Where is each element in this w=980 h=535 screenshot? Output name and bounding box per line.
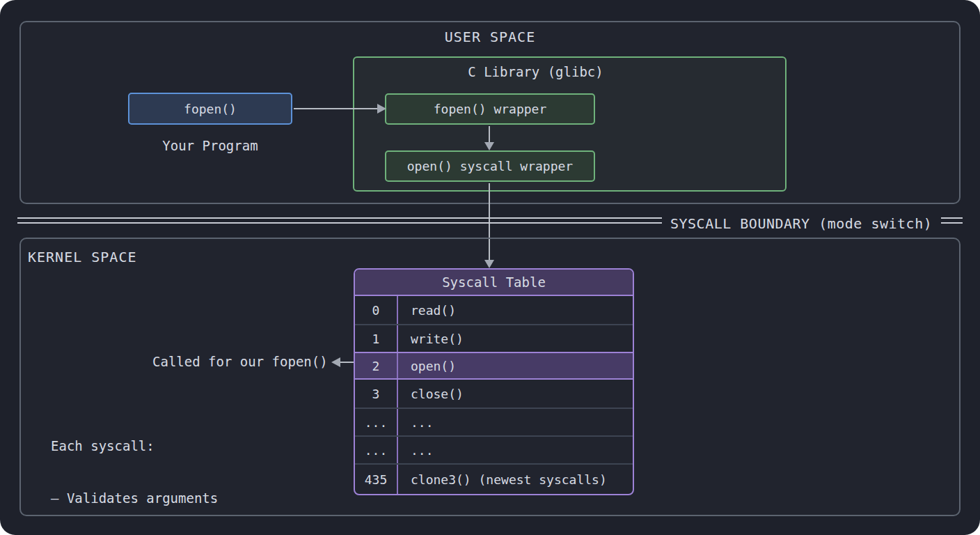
user-space-title: USER SPACE bbox=[0, 29, 980, 45]
syscall-table-row: 435clone3() (newest syscalls) bbox=[355, 463, 633, 494]
arrow-right-icon bbox=[377, 104, 386, 114]
kernel-space-title: KERNEL SPACE bbox=[28, 249, 137, 265]
diagram-canvas: USER SPACE fopen() Your Program C Librar… bbox=[0, 0, 980, 535]
syscall-table-body: 0read()1write()2open()3close()..........… bbox=[355, 296, 633, 494]
syscall-table-row: 0read() bbox=[355, 296, 633, 324]
arrow-table-to-label-line bbox=[340, 362, 354, 363]
syscall-notes: Each syscall: – Validates arguments – Ch… bbox=[51, 403, 322, 535]
open-syscall-wrapper-box: open() syscall wrapper bbox=[385, 150, 595, 182]
syscall-name: write() bbox=[398, 325, 633, 352]
syscall-table-row: ...... bbox=[355, 435, 633, 463]
syscall-table-row: ...... bbox=[355, 408, 633, 435]
syscall-table: Syscall Table 0read()1write()2open()3clo… bbox=[354, 268, 634, 495]
fopen-wrapper-box: fopen() wrapper bbox=[385, 93, 595, 125]
syscall-boundary-label: SYSCALL BOUNDARY (mode switch) bbox=[670, 215, 932, 232]
syscall-number: 3 bbox=[355, 380, 398, 408]
c-library-title: C Library (glibc) bbox=[319, 64, 752, 79]
syscall-number: 1 bbox=[355, 325, 398, 352]
fopen-call-box: fopen() bbox=[128, 93, 292, 125]
syscall-name: ... bbox=[398, 437, 633, 463]
syscall-number: 0 bbox=[355, 296, 398, 324]
syscall-name: close() bbox=[398, 380, 633, 408]
syscall-table-row-highlighted: 2open() bbox=[355, 352, 633, 380]
arrow-program-to-wrapper-line bbox=[294, 108, 379, 109]
syscall-number: 2 bbox=[355, 353, 398, 378]
syscall-name: clone3() (newest syscalls) bbox=[398, 465, 633, 494]
open-syscall-wrapper-label: open() syscall wrapper bbox=[407, 159, 573, 173]
syscall-number: ... bbox=[355, 437, 398, 463]
arrow-left-icon bbox=[331, 357, 340, 367]
your-program-caption: Your Program bbox=[128, 138, 292, 153]
called-for-fopen-label: Called for our fopen() bbox=[152, 354, 328, 369]
syscall-name: open() bbox=[398, 353, 633, 378]
syscall-table-header: Syscall Table bbox=[355, 270, 633, 296]
fopen-call-label: fopen() bbox=[184, 102, 237, 116]
syscall-number: 435 bbox=[355, 465, 398, 494]
arrow-wrapper-to-syscall-line bbox=[489, 126, 490, 143]
syscall-note-item: – Validates arguments bbox=[51, 490, 322, 507]
boundary-line-left bbox=[17, 217, 662, 224]
boundary-line-right bbox=[941, 217, 963, 224]
syscall-table-row: 1write() bbox=[355, 324, 633, 352]
arrow-down-icon bbox=[484, 142, 494, 150]
fopen-wrapper-label: fopen() wrapper bbox=[434, 102, 547, 116]
syscall-name: ... bbox=[398, 409, 633, 435]
syscall-name: read() bbox=[398, 296, 633, 324]
syscall-number: ... bbox=[355, 409, 398, 435]
syscall-table-row: 3close() bbox=[355, 380, 633, 408]
syscall-notes-title: Each syscall: bbox=[51, 437, 322, 455]
